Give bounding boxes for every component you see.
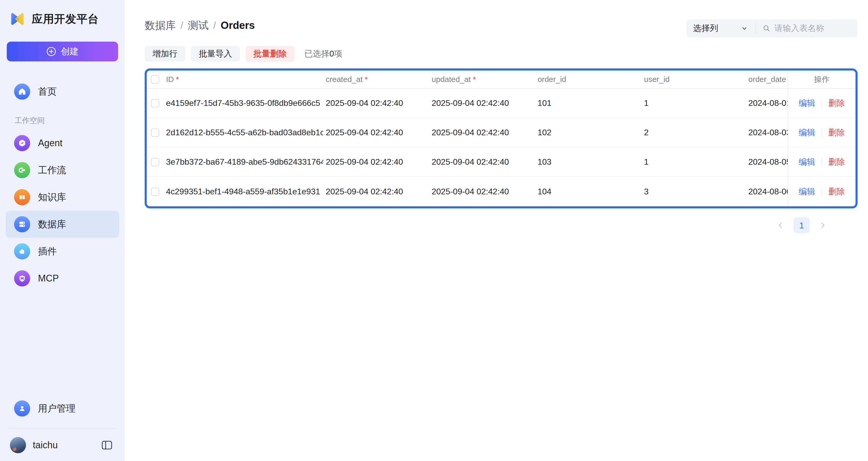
create-button[interactable]: 创建 [7, 42, 118, 61]
mcp-icon [14, 270, 30, 286]
cell-id: 2d162d12-b555-4c55-a62b-bad03ad8eb1c [163, 128, 323, 137]
sidebar-item-label: 数据库 [38, 218, 66, 231]
sidebar-divider [8, 428, 117, 429]
column-header-id: ID* [163, 75, 323, 84]
cell-id: 3e7bb372-ba67-4189-abe5-9db624331764 [163, 157, 323, 167]
edit-link[interactable]: 编辑 [799, 98, 815, 109]
sidebar-item-user-management[interactable]: 用户管理 [6, 395, 119, 422]
row-checkbox[interactable] [151, 128, 159, 137]
row-checkbox[interactable] [151, 158, 159, 166]
chevron-down-icon [741, 25, 748, 32]
search-placeholder: 请输入表名称 [774, 23, 824, 34]
cell-order-date: 2024-08-05 [746, 157, 787, 167]
main-content: 数据库 / 测试 / Orders 选择列 请输入表名称 [125, 0, 868, 461]
sidebar-item-plugin[interactable]: 插件 [6, 238, 119, 265]
cell-order-date: 2024-08-03 [746, 128, 787, 137]
create-button-label: 创建 [61, 45, 79, 58]
agent-icon [14, 135, 30, 151]
table-row: 2d162d12-b555-4c55-a62b-bad03ad8eb1c 202… [147, 118, 856, 148]
knowledge-base-icon [14, 189, 30, 205]
cell-created-at: 2025-09-04 02:42:40 [323, 157, 429, 167]
cell-id: e4159ef7-15d7-45b3-9635-0f8db9e666c5 [163, 98, 323, 108]
sidebar-item-workflow[interactable]: 工作流 [6, 157, 119, 184]
sidebar-item-database[interactable]: 数据库 [6, 211, 119, 238]
sidebar-item-home[interactable]: 首页 [6, 78, 119, 105]
sidebar-item-agent[interactable]: Agent [6, 129, 119, 157]
required-mark: * [473, 75, 476, 84]
sidebar-item-mcp[interactable]: MCP [6, 265, 119, 292]
cell-user-id: 1 [641, 157, 746, 167]
edit-link[interactable]: 编辑 [799, 127, 815, 139]
cell-created-at: 2025-09-04 02:42:40 [323, 187, 429, 196]
cell-actions: 编辑 删除 [787, 148, 856, 176]
workflow-icon [14, 162, 30, 178]
username: taichu [33, 440, 58, 451]
cell-actions: 编辑 删除 [787, 177, 856, 206]
sidebar: 应用开发平台 创建 首页 工作空间 [0, 0, 125, 461]
column-select-label: 选择列 [693, 23, 718, 34]
sidebar-item-knowledge-base[interactable]: 知识库 [6, 184, 119, 211]
action-separator [822, 99, 822, 108]
search-icon [762, 24, 771, 33]
delete-link[interactable]: 删除 [829, 156, 845, 168]
delete-link[interactable]: 删除 [829, 127, 845, 139]
edit-link[interactable]: 编辑 [799, 186, 815, 197]
table-header-row: ID* created_at* updated_at* order_id use… [147, 70, 856, 89]
row-checkbox[interactable] [151, 188, 159, 196]
delete-link[interactable]: 删除 [829, 98, 845, 109]
cell-order-date: 2024-08-01 [746, 98, 787, 108]
database-icon [14, 216, 30, 232]
plugin-icon [14, 243, 30, 259]
user-profile-row: taichu [6, 435, 119, 456]
user-management-icon [14, 400, 30, 417]
orders-table: ID* created_at* updated_at* order_id use… [145, 68, 858, 208]
add-row-button[interactable]: 增加行 [145, 46, 185, 62]
row-checkbox[interactable] [151, 99, 159, 107]
cell-order-date: 2024-08-06 [746, 187, 787, 196]
batch-import-button[interactable]: 批量导入 [191, 46, 240, 62]
table-row: 3e7bb372-ba67-4189-abe5-9db624331764 202… [147, 148, 856, 177]
avatar[interactable] [10, 437, 26, 453]
action-separator [822, 158, 822, 166]
delete-link[interactable]: 删除 [829, 186, 845, 197]
app-window: 应用开发平台 创建 首页 工作空间 [0, 0, 868, 461]
column-header-updated-at: updated_at* [429, 75, 535, 84]
cell-user-id: 1 [641, 98, 746, 108]
sidebar-nav: 首页 工作空间 Agent 工 [6, 78, 119, 292]
column-header-user-id: user_id [641, 75, 746, 84]
app-title: 应用开发平台 [32, 12, 99, 26]
selected-count-text: 已选择0项 [304, 48, 342, 60]
cell-order-id: 102 [535, 128, 641, 137]
pagination: 1 [145, 217, 858, 233]
cell-created-at: 2025-09-04 02:42:40 [323, 128, 429, 137]
cell-updated-at: 2025-09-04 02:42:40 [429, 98, 535, 108]
sidebar-item-label: 首页 [38, 85, 57, 98]
sidebar-item-label: MCP [38, 273, 59, 284]
toolbar: 增加行 批量导入 批量删除 已选择0项 [145, 46, 858, 62]
next-page-icon[interactable] [819, 221, 827, 230]
action-separator [822, 128, 822, 137]
cell-order-id: 103 [535, 157, 641, 167]
breadcrumb-test[interactable]: 测试 [188, 18, 209, 33]
cell-actions: 编辑 删除 [787, 118, 856, 147]
column-header-order-id: order_id [535, 75, 641, 84]
column-select-dropdown[interactable]: 选择列 [686, 19, 755, 37]
cell-user-id: 2 [641, 128, 746, 137]
cell-created-at: 2025-09-04 02:42:40 [323, 98, 429, 108]
table-row: e4159ef7-15d7-45b3-9635-0f8db9e666c5 202… [147, 89, 856, 118]
workspace-section-label: 工作空间 [14, 116, 119, 126]
action-separator [822, 187, 822, 196]
edit-link[interactable]: 编辑 [799, 156, 815, 168]
breadcrumb-current: Orders [221, 20, 255, 31]
cell-updated-at: 2025-09-04 02:42:40 [429, 157, 535, 167]
breadcrumb-database[interactable]: 数据库 [145, 18, 176, 33]
table-search-input[interactable]: 请输入表名称 [756, 19, 858, 37]
required-mark: * [365, 75, 368, 84]
collapse-sidebar-icon[interactable] [101, 440, 113, 450]
current-page[interactable]: 1 [794, 217, 810, 233]
select-all-checkbox[interactable] [151, 75, 159, 84]
prev-page-icon[interactable] [776, 221, 784, 230]
sidebar-item-label: 工作流 [38, 164, 66, 177]
batch-delete-button[interactable]: 批量删除 [246, 46, 294, 62]
sidebar-item-label: 插件 [38, 245, 57, 258]
